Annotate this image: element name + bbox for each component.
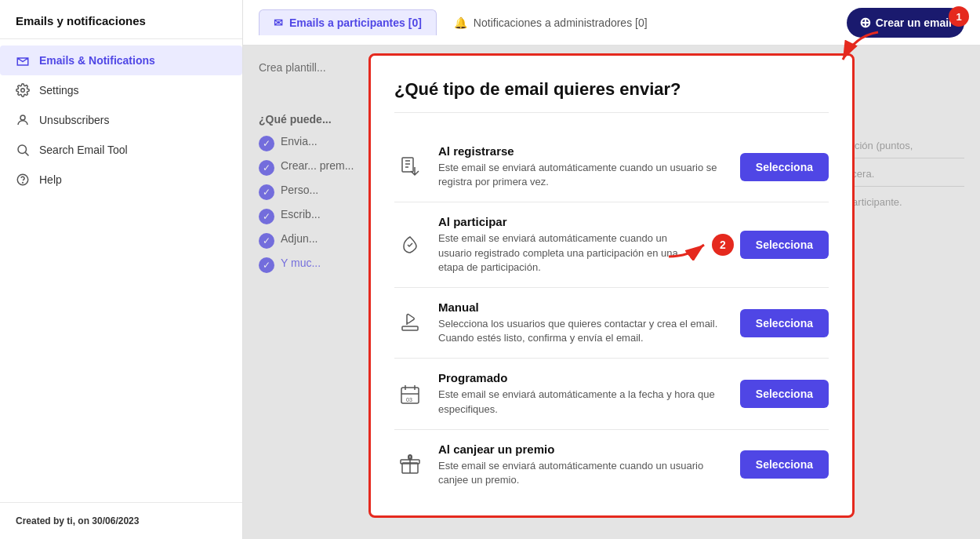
option-al-registrarse-content: Al registrarse Este email se enviará aut… <box>438 144 728 189</box>
footer-author: ti <box>67 515 72 526</box>
email-tab-icon: ✉ <box>274 16 283 29</box>
svg-point-2 <box>18 145 27 154</box>
gift-icon <box>394 449 426 480</box>
option-al-registrarse: Al registrarse Este email se enviará aut… <box>394 132 829 202</box>
sidebar-nav: Emails & Notifications Settings Unsubscr… <box>0 39 242 502</box>
email-icon <box>16 53 30 67</box>
select-al-participar-button[interactable]: Selecciona <box>740 231 829 259</box>
sidebar-footer: Created by ti, on 30/06/2023 <box>0 502 242 539</box>
option-programado-title: Programado <box>438 371 728 384</box>
bell-tab-icon: 🔔 <box>454 16 467 29</box>
option-al-participar-content: Al participar Este email se enviará auto… <box>438 215 699 275</box>
sidebar-item-label: Settings <box>39 84 79 97</box>
svg-line-3 <box>25 152 28 155</box>
select-manual-button[interactable]: Selecciona <box>740 309 829 337</box>
select-al-registrarse-button[interactable]: Selecciona <box>740 153 829 181</box>
modal-title: ¿Qué tipo de email quieres enviar? <box>394 79 829 113</box>
annotation-badge-2: 2 <box>712 234 734 256</box>
sidebar-item-search-email-tool[interactable]: Search Email Tool <box>0 135 242 165</box>
tab-admins[interactable]: 🔔 Notificaciones a administradores [0] <box>440 10 662 35</box>
option-manual-desc: Selecciona los usuarios que quieres cont… <box>438 317 728 345</box>
svg-rect-9 <box>402 326 418 330</box>
option-al-registrarse-desc: Este email se enviará automáticamente cu… <box>438 161 728 189</box>
sidebar-item-label: Help <box>39 173 62 186</box>
content-area: Crea plantill... ¿Qué puede... ✓ Envia..… <box>243 46 980 539</box>
option-manual-title: Manual <box>438 300 728 314</box>
search-icon <box>16 143 30 157</box>
manual-icon <box>394 308 426 339</box>
option-al-canjear: Al canjear un premio Este email se envia… <box>394 430 829 500</box>
footer-prefix: Created by <box>16 515 67 526</box>
registrarse-icon <box>394 151 426 183</box>
create-button-label: Crear un email <box>876 16 952 29</box>
sidebar-item-label: Search Email Tool <box>39 144 128 156</box>
gear-icon <box>16 83 30 97</box>
main-content: ✉ Emails a participantes [0] 🔔 Notificac… <box>243 0 980 539</box>
calendar-icon: 03 <box>394 378 426 410</box>
person-icon <box>16 113 30 127</box>
option-al-participar-desc: Este email se enviará automáticamente cu… <box>438 231 699 275</box>
select-al-canjear-button[interactable]: Selecciona <box>740 450 829 479</box>
footer-suffix: , on 30/06/2023 <box>73 515 140 526</box>
sidebar-item-label: Unsubscribers <box>39 114 109 126</box>
sidebar-item-emails-notifications[interactable]: Emails & Notifications <box>0 46 242 75</box>
help-icon <box>16 173 30 187</box>
sidebar: Emails y notificaciones Emails & Notific… <box>0 0 243 539</box>
topbar: ✉ Emails a participantes [0] 🔔 Notificac… <box>243 0 980 46</box>
svg-text:03: 03 <box>406 397 412 402</box>
select-programado-button[interactable]: Selecciona <box>740 380 829 408</box>
option-programado-content: Programado Este email se enviará automát… <box>438 371 728 416</box>
svg-point-0 <box>21 89 25 93</box>
option-al-canjear-content: Al canjear un premio Este email se envia… <box>438 442 728 487</box>
svg-point-5 <box>23 182 24 183</box>
create-email-button[interactable]: ⊕ Crear un email <box>847 8 964 38</box>
sidebar-item-help[interactable]: Help <box>0 165 242 195</box>
tab-participants-label: Emails a participantes [0] <box>289 16 422 29</box>
participar-icon <box>394 229 426 260</box>
svg-point-1 <box>20 115 25 120</box>
create-icon: ⊕ <box>859 14 871 31</box>
option-al-canjear-desc: Este email se enviará automáticamente cu… <box>438 459 728 487</box>
modal-overlay: ¿Qué tipo de email quieres enviar? Al re… <box>243 46 980 539</box>
option-manual: Manual Selecciona los usuarios que quier… <box>394 288 829 359</box>
tab-admins-label: Notificaciones a administradores [0] <box>474 16 648 29</box>
sidebar-item-settings[interactable]: Settings <box>0 75 242 105</box>
svg-rect-7 <box>402 158 413 172</box>
sidebar-title: Emails y notificaciones <box>0 0 242 39</box>
option-al-registrarse-title: Al registrarse <box>438 144 728 158</box>
annotation-badge-1: 1 <box>949 6 969 27</box>
option-al-participar: Al participar Este email se enviará auto… <box>394 202 829 288</box>
option-programado: 03 Programado Este email se enviará auto… <box>394 359 829 429</box>
tab-participants[interactable]: ✉ Emails a participantes [0] <box>259 9 437 35</box>
sidebar-item-unsubscribers[interactable]: Unsubscribers <box>0 105 242 135</box>
option-manual-content: Manual Selecciona los usuarios que quier… <box>438 300 728 345</box>
option-programado-desc: Este email se enviará automáticamente a … <box>438 388 728 416</box>
email-type-modal: ¿Qué tipo de email quieres enviar? Al re… <box>368 53 855 518</box>
option-al-canjear-title: Al canjear un premio <box>438 442 728 456</box>
sidebar-item-label: Emails & Notifications <box>39 54 155 67</box>
option-al-participar-title: Al participar <box>438 215 699 228</box>
